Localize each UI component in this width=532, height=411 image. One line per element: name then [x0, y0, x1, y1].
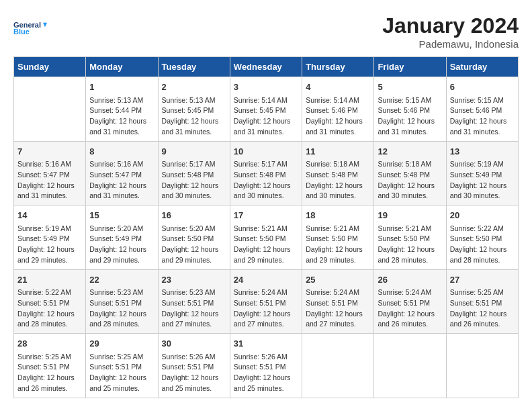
table-cell: 8Sunrise: 5:16 AMSunset: 5:47 PMDaylight…	[86, 141, 158, 205]
table-cell: 21Sunrise: 5:22 AMSunset: 5:51 PMDayligh…	[14, 269, 86, 334]
table-cell: 20Sunrise: 5:22 AMSunset: 5:50 PMDayligh…	[446, 205, 518, 270]
day-info-line: and 28 minutes.	[89, 319, 154, 330]
day-info-line: and 27 minutes.	[306, 319, 370, 330]
day-info-line: Sunrise: 5:21 AM	[378, 224, 442, 234]
day-info-line: Sunrise: 5:21 AM	[306, 224, 370, 234]
day-info-line: and 27 minutes.	[162, 319, 226, 330]
day-info-line: Sunrise: 5:25 AM	[89, 352, 154, 363]
header-saturday: Saturday	[446, 57, 518, 77]
day-number: 27	[450, 273, 515, 287]
day-info-line: and 30 minutes.	[306, 191, 370, 201]
day-info-line: and 31 minutes.	[89, 127, 154, 138]
table-cell: 5Sunrise: 5:15 AMSunset: 5:46 PMDaylight…	[374, 77, 446, 142]
day-info-line: Daylight: 12 hours	[162, 181, 226, 191]
day-info-line: Daylight: 12 hours	[378, 309, 442, 320]
day-info-line: Daylight: 12 hours	[234, 181, 298, 191]
day-info-line: Sunrise: 5:26 AM	[162, 352, 226, 363]
table-cell: 18Sunrise: 5:21 AMSunset: 5:50 PMDayligh…	[302, 205, 374, 270]
table-cell: 11Sunrise: 5:18 AMSunset: 5:48 PMDayligh…	[302, 141, 374, 205]
table-cell	[302, 334, 374, 398]
day-info-line: Daylight: 12 hours	[17, 309, 82, 320]
day-number: 31	[234, 337, 298, 351]
week-row-2: 7Sunrise: 5:16 AMSunset: 5:47 PMDaylight…	[14, 141, 519, 205]
table-cell: 9Sunrise: 5:17 AMSunset: 5:48 PMDaylight…	[158, 141, 230, 205]
table-cell: 12Sunrise: 5:18 AMSunset: 5:48 PMDayligh…	[374, 141, 446, 205]
day-number: 18	[306, 209, 370, 222]
day-info-line: and 28 minutes.	[378, 255, 442, 266]
day-info-line: Daylight: 12 hours	[234, 373, 298, 383]
day-info-line: Sunset: 5:50 PM	[450, 234, 515, 244]
day-info-line: Daylight: 12 hours	[17, 244, 82, 255]
day-number: 1	[89, 81, 154, 94]
table-cell	[446, 334, 518, 398]
day-info-line: and 29 minutes.	[234, 255, 298, 266]
day-info-line: Sunset: 5:47 PM	[89, 170, 154, 181]
day-number: 10	[234, 145, 298, 158]
table-cell: 29Sunrise: 5:25 AMSunset: 5:51 PMDayligh…	[86, 334, 158, 398]
day-info-line: and 31 minutes.	[306, 127, 370, 138]
day-number: 11	[306, 145, 370, 158]
day-info-line: Sunset: 5:51 PM	[378, 298, 442, 309]
day-info-line: Sunset: 5:45 PM	[234, 105, 298, 116]
table-cell: 30Sunrise: 5:26 AMSunset: 5:51 PMDayligh…	[158, 334, 230, 398]
day-number: 22	[89, 273, 154, 287]
day-info-line: Daylight: 12 hours	[162, 244, 226, 255]
table-cell	[374, 334, 446, 398]
day-info-line: Daylight: 12 hours	[450, 309, 515, 320]
day-info-line: Sunset: 5:50 PM	[306, 234, 370, 244]
week-row-1: 1Sunrise: 5:13 AMSunset: 5:44 PMDaylight…	[14, 77, 519, 142]
day-number: 15	[89, 209, 154, 222]
day-number: 20	[450, 209, 515, 222]
day-info-line: Daylight: 12 hours	[306, 181, 370, 191]
header-monday: Monday	[86, 57, 158, 77]
table-cell: 23Sunrise: 5:23 AMSunset: 5:51 PMDayligh…	[158, 269, 230, 334]
day-info-line: Sunset: 5:51 PM	[17, 298, 82, 309]
day-info-line: Sunset: 5:50 PM	[162, 234, 226, 244]
day-info-line: Daylight: 12 hours	[234, 309, 298, 320]
day-info-line: Sunrise: 5:16 AM	[17, 159, 82, 170]
day-number: 23	[162, 273, 226, 287]
day-number: 13	[450, 145, 515, 158]
day-info-line: and 29 minutes.	[89, 255, 154, 266]
day-info-line: and 27 minutes.	[234, 319, 298, 330]
day-info-line: and 31 minutes.	[89, 191, 154, 201]
day-info-line: Daylight: 12 hours	[306, 116, 370, 127]
table-cell: 17Sunrise: 5:21 AMSunset: 5:50 PMDayligh…	[230, 205, 302, 270]
month-title: January 2024	[382, 13, 519, 38]
calendar-table: SundayMondayTuesdayWednesdayThursdayFrid…	[13, 56, 519, 398]
table-cell: 26Sunrise: 5:24 AMSunset: 5:51 PMDayligh…	[374, 269, 446, 334]
page-header: General Blue January 2024 Pademawu, Indo…	[13, 13, 519, 50]
table-cell: 22Sunrise: 5:23 AMSunset: 5:51 PMDayligh…	[86, 269, 158, 334]
day-number: 24	[234, 273, 298, 287]
day-info-line: Sunrise: 5:23 AM	[89, 287, 154, 298]
day-number: 26	[378, 273, 442, 287]
day-info-line: Daylight: 12 hours	[17, 373, 82, 383]
day-number: 3	[234, 81, 298, 94]
header-friday: Friday	[374, 57, 446, 77]
day-info-line: Daylight: 12 hours	[162, 373, 226, 383]
day-info-line: and 31 minutes.	[17, 191, 82, 201]
day-info-line: Sunset: 5:51 PM	[162, 362, 226, 373]
day-info-line: Daylight: 12 hours	[89, 116, 154, 127]
table-cell: 16Sunrise: 5:20 AMSunset: 5:50 PMDayligh…	[158, 205, 230, 270]
day-info-line: Daylight: 12 hours	[450, 244, 515, 255]
day-info-line: Sunrise: 5:24 AM	[378, 287, 442, 298]
day-info-line: Daylight: 12 hours	[89, 373, 154, 383]
day-info-line: Sunset: 5:45 PM	[162, 105, 226, 116]
day-info-line: Daylight: 12 hours	[89, 244, 154, 255]
day-info-line: and 30 minutes.	[450, 191, 515, 201]
day-info-line: Sunrise: 5:25 AM	[450, 287, 515, 298]
day-info-line: Sunset: 5:48 PM	[162, 170, 226, 181]
day-info-line: Sunset: 5:48 PM	[306, 170, 370, 181]
table-cell: 7Sunrise: 5:16 AMSunset: 5:47 PMDaylight…	[14, 141, 86, 205]
day-number: 16	[162, 209, 226, 222]
day-info-line: Sunset: 5:50 PM	[378, 234, 442, 244]
day-info-line: Sunset: 5:48 PM	[378, 170, 442, 181]
day-info-line: and 25 minutes.	[89, 383, 154, 394]
day-info-line: Daylight: 12 hours	[378, 116, 442, 127]
day-info-line: and 25 minutes.	[162, 383, 226, 394]
day-number: 17	[234, 209, 298, 222]
week-row-4: 21Sunrise: 5:22 AMSunset: 5:51 PMDayligh…	[14, 269, 519, 334]
day-number: 8	[89, 145, 154, 158]
table-cell: 1Sunrise: 5:13 AMSunset: 5:44 PMDaylight…	[86, 77, 158, 142]
